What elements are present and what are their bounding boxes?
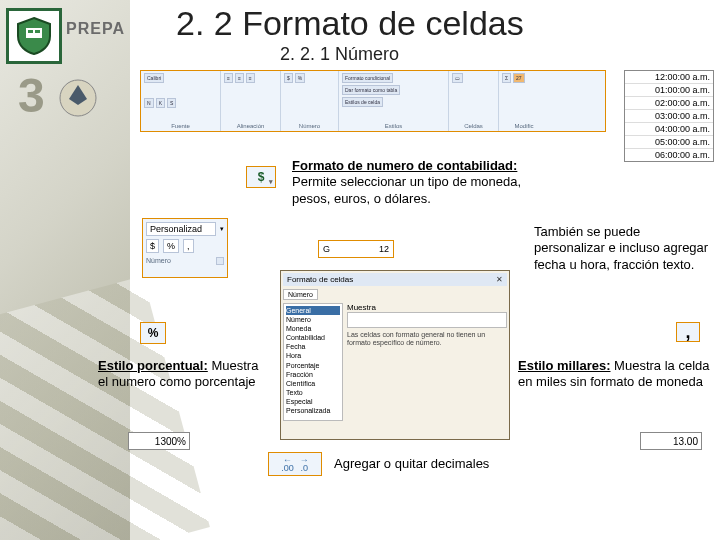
custom-format-name: Personalizad bbox=[146, 222, 216, 236]
general-left: G bbox=[323, 244, 330, 254]
accounting-body: Permite seleccionar un tipo de moneda, p… bbox=[292, 174, 521, 205]
cells-group-label: Celdas bbox=[452, 123, 495, 129]
currency-format-button[interactable]: $ bbox=[246, 166, 276, 188]
time-row: 04:00:00 a.m. bbox=[625, 123, 713, 136]
list-item[interactable]: Número bbox=[286, 315, 340, 324]
number-sample-cell: 13.00 bbox=[640, 432, 702, 450]
decimal-buttons[interactable]: ←.00 →.0 bbox=[268, 452, 322, 476]
excel-ribbon: Calibri NKS Fuente ≡≡≡ Alineación $% Núm… bbox=[140, 70, 606, 132]
list-item[interactable]: Moneda bbox=[286, 324, 340, 333]
align-group-label: Alineación bbox=[224, 123, 277, 129]
dialog-launcher-icon[interactable] bbox=[216, 257, 224, 265]
miles-description: Estilo millares: Muestra la celda en mil… bbox=[518, 358, 716, 391]
number-group-label: Número bbox=[284, 123, 335, 129]
increase-decimal-icon[interactable]: ←.00 bbox=[281, 456, 294, 472]
styles-group-label: Estilos bbox=[342, 123, 445, 129]
list-item[interactable]: Personalizada bbox=[286, 406, 340, 415]
comma-icon[interactable]: , bbox=[183, 239, 194, 253]
percent-style-button[interactable]: % bbox=[140, 322, 166, 344]
time-row: 02:00:00 a.m. bbox=[625, 97, 713, 110]
prepa-label: PREPA bbox=[66, 20, 125, 38]
slide-title: 2. 2 Formato de celdas bbox=[176, 4, 524, 43]
list-item[interactable]: Fecha bbox=[286, 342, 340, 351]
font-name: Calibri bbox=[144, 73, 164, 83]
accounting-title: Formato de numero de contabilidad: bbox=[292, 158, 517, 173]
number-group-footer: Número bbox=[146, 257, 171, 265]
custom-format-description: También se puede personalizar e incluso … bbox=[534, 224, 712, 273]
comma-style-button[interactable]: , bbox=[676, 322, 700, 342]
list-item[interactable]: Científica bbox=[286, 379, 340, 388]
list-item[interactable]: Texto bbox=[286, 388, 340, 397]
accounting-description: Formato de numero de contabilidad: Permi… bbox=[292, 158, 552, 207]
sample-box bbox=[347, 312, 507, 328]
general-right: 12 bbox=[379, 244, 389, 254]
cond-format: Formato condicional bbox=[342, 73, 393, 83]
number-format-pane: Personalizad▾ $ % , Número bbox=[142, 218, 228, 278]
eagle-badge-icon bbox=[56, 76, 100, 120]
general-format-sample: G 12 bbox=[318, 240, 394, 258]
dialog-title: Formato de celdas bbox=[287, 275, 353, 284]
list-item[interactable]: Contabilidad bbox=[286, 333, 340, 342]
decimal-description: Agregar o quitar decimales bbox=[334, 456, 489, 471]
format-cells-dialog: Formato de celdas ✕ Número General Númer… bbox=[280, 270, 510, 440]
time-list: 12:00:00 a.m. 01:00:00 a.m. 02:00:00 a.m… bbox=[624, 70, 714, 162]
list-item[interactable]: General bbox=[286, 306, 340, 315]
edit-group-label: Modific bbox=[502, 123, 546, 129]
category-list[interactable]: General Número Moneda Contabilidad Fecha… bbox=[283, 303, 343, 421]
svg-rect-1 bbox=[28, 30, 33, 33]
time-row: 03:00:00 a.m. bbox=[625, 110, 713, 123]
time-row: 12:00:00 a.m. bbox=[625, 71, 713, 84]
school-shield-icon bbox=[6, 8, 62, 64]
percent-title: Estilo porcentual: bbox=[98, 358, 208, 373]
percent-sample-cell: 1300% bbox=[128, 432, 190, 450]
sample-label: Muestra bbox=[347, 303, 507, 312]
format-table: Dar formato como tabla bbox=[342, 85, 400, 95]
miles-title: Estilo millares: bbox=[518, 358, 610, 373]
font-group-label: Fuente bbox=[144, 123, 217, 129]
time-row: 05:00:00 a.m. bbox=[625, 136, 713, 149]
percent-description: Estilo porcentual: Muestra el numero com… bbox=[98, 358, 262, 391]
category-description: Las celdas con formato general no tienen… bbox=[347, 331, 507, 348]
list-item[interactable]: Fracción bbox=[286, 370, 340, 379]
time-row: 06:00:00 a.m. bbox=[625, 149, 713, 161]
svg-rect-2 bbox=[35, 30, 40, 33]
list-item[interactable]: Especial bbox=[286, 397, 340, 406]
badge-number: 3 bbox=[18, 68, 45, 123]
list-item[interactable]: Porcentaje bbox=[286, 361, 340, 370]
decrease-decimal-icon[interactable]: →.0 bbox=[300, 456, 309, 472]
slide-subtitle: 2. 2. 1 Número bbox=[280, 44, 399, 65]
close-icon[interactable]: ✕ bbox=[496, 275, 503, 284]
currency-icon[interactable]: $ bbox=[146, 239, 159, 253]
cell-styles: Estilos de celda bbox=[342, 97, 383, 107]
number-tab[interactable]: Número bbox=[283, 289, 318, 300]
percent-icon[interactable]: % bbox=[163, 239, 179, 253]
list-item[interactable]: Hora bbox=[286, 351, 340, 360]
time-row: 01:00:00 a.m. bbox=[625, 84, 713, 97]
